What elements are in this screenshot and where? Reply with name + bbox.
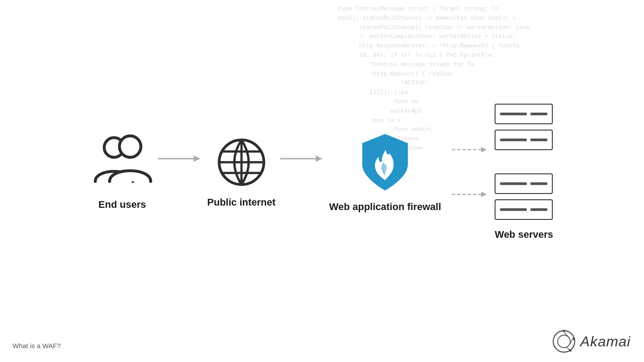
server-box-2 <box>495 130 553 150</box>
server-box-1 <box>495 104 553 124</box>
footer-left: What is a WAF? <box>13 342 61 349</box>
diagram-container: End users <box>91 104 553 240</box>
public-internet-node: Public internet <box>207 135 275 209</box>
svg-marker-12 <box>481 147 487 153</box>
web-servers-icons <box>495 104 553 220</box>
public-internet-label: Public internet <box>207 196 275 209</box>
server-line-2 <box>500 139 527 141</box>
arrow-2 <box>280 152 325 165</box>
waf-icon <box>354 131 416 194</box>
svg-point-18 <box>572 337 575 340</box>
diagram-area: End users <box>0 0 644 362</box>
svg-marker-3 <box>194 156 200 162</box>
svg-marker-14 <box>481 192 487 198</box>
server-line-4 <box>500 208 527 211</box>
svg-point-1 <box>119 136 141 157</box>
server-line-1 <box>500 113 527 115</box>
akamai-logo: Akamai <box>552 330 631 353</box>
svg-marker-10 <box>316 156 322 162</box>
server-line-short-2 <box>530 139 547 141</box>
waf-question-text: What is a WAF? <box>13 342 61 349</box>
public-internet-icon <box>215 135 268 189</box>
waf-node: Web application firewall <box>329 131 441 214</box>
end-users-icon <box>91 133 153 191</box>
waf-label: Web application firewall <box>329 201 441 214</box>
server-box-4 <box>495 199 553 220</box>
web-servers-label: Web servers <box>495 229 553 240</box>
svg-point-17 <box>563 330 565 332</box>
dashed-arrows <box>450 127 495 217</box>
arrow-1 <box>158 152 203 165</box>
end-users-node: End users <box>91 133 153 211</box>
end-users-label: End users <box>98 198 146 211</box>
akamai-brand-name: Akamai <box>580 333 631 350</box>
server-gap <box>495 156 553 168</box>
server-box-3 <box>495 173 553 194</box>
server-line-short-3 <box>530 182 547 185</box>
server-line-short-1 <box>530 113 547 115</box>
server-line-3 <box>500 182 527 185</box>
svg-line-22 <box>566 347 569 349</box>
server-line-short-4 <box>530 208 547 211</box>
web-servers-node: Web servers <box>495 104 553 240</box>
akamai-icon <box>552 330 576 353</box>
